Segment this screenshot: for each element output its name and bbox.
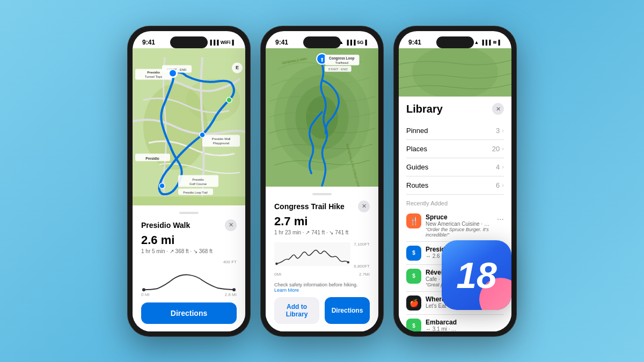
ios18-badge: 18 [442, 240, 528, 326]
map-svg-2: GENERALS HWY PORTERVILLE TO CITRUS COVE … [266, 48, 378, 187]
item-icon-4: $ [406, 319, 421, 331]
library-header: Library ✕ [406, 103, 504, 115]
walk-stats: 1 hr 5 min · ↗ 368 ft · ↘ 368 ft [141, 248, 237, 254]
item-icon-1: $ [406, 246, 421, 261]
dynamic-island-2 [303, 36, 341, 48]
guides-label: Guides [406, 163, 428, 171]
item-name-0: Spruce [426, 213, 493, 221]
svg-text:Presidio Wall: Presidio Wall [212, 137, 231, 140]
close-button-2[interactable]: ✕ [358, 201, 370, 212]
item-icon-2: $ [406, 269, 421, 284]
item-icon-0: 🍴 [406, 213, 421, 228]
item-quote-0: "Order the Spruce Burger. It's incredibl… [426, 227, 493, 238]
svg-rect-42 [274, 242, 350, 265]
dynamic-island-3 [436, 36, 474, 48]
elevation-svg-2 [274, 241, 350, 268]
library-close-button[interactable]: ✕ [492, 103, 504, 115]
places-right: 20 › [492, 145, 504, 153]
svg-text:Golf Course: Golf Course [189, 182, 207, 185]
list-item-0[interactable]: 🍴 Spruce New American Cuisine · San Fran… [406, 210, 504, 242]
guides-right: 4 › [496, 163, 504, 171]
trail-distance: 2.7 mi [274, 215, 370, 228]
directions-button-1[interactable]: Directions [141, 302, 237, 324]
trail-stats: 1 hr 23 min · ↗ 741 ft · ↘ 741 ft [274, 230, 370, 235]
chart-left-2: 0MI [274, 272, 281, 277]
recently-added-title: Recently Added [406, 200, 504, 206]
chart-bottom-val: 6,800FT [354, 264, 370, 269]
chart-y-labels: 7,100FT 6,800FT [354, 241, 370, 270]
guides-row[interactable]: Guides 4 › [406, 158, 504, 176]
phone-3: 9:41 ▲ ▐▐▐ ≋ ▌ Library ✕ [393, 26, 517, 337]
add-to-library-button[interactable]: Add to Library [274, 297, 319, 324]
learn-more-link[interactable]: Learn More [274, 287, 299, 293]
directions-button-2[interactable]: Directions [325, 297, 370, 324]
ios18-icon: 18 [442, 240, 511, 310]
elevation-chart-2 [274, 241, 350, 270]
svg-text:Congress Loop: Congress Loop [329, 56, 354, 60]
svg-text:Presidio: Presidio [145, 156, 159, 160]
item-icon-3: 🍎 [406, 295, 421, 311]
trail-title: Congress Trail Hike [274, 202, 345, 211]
svg-point-24 [200, 132, 205, 137]
bottom-sheet-1: Presidio Walk ✕ 2.6 mi 1 hr 5 min · ↗ 36… [133, 205, 245, 331]
map-area-2[interactable]: GENERALS HWY PORTERVILLE TO CITRUS COVE … [266, 48, 378, 187]
chart-right-2: 2.7MI [359, 272, 370, 277]
ios18-number: 18 [456, 254, 497, 296]
svg-text:E: E [236, 64, 239, 70]
pinned-chevron: › [502, 127, 504, 134]
chart-labels-2: 0MI 2.7MI [274, 272, 370, 277]
signal-icon-2: ▐▐▐ [345, 40, 355, 45]
svg-text:Presidio: Presidio [147, 70, 160, 73]
phone-2: 9:41 ▲ ▐▐▐ 5G ▌ [260, 26, 384, 337]
pinned-right: 3 › [496, 127, 504, 135]
pinned-count: 3 [496, 127, 500, 135]
chart-container-2: 7,100FT 6,800FT [274, 241, 370, 270]
time-1: 9:41 [142, 39, 155, 46]
svg-text:Playground: Playground [213, 141, 229, 144]
svg-text:⬆: ⬆ [320, 56, 324, 62]
sheet-handle-2 [312, 193, 332, 195]
routes-right: 6 › [496, 181, 504, 189]
routes-chevron: › [502, 182, 504, 188]
routes-count: 6 [496, 181, 500, 189]
status-icons-2: ▲ ▐▐▐ 5G ▌ [339, 40, 369, 45]
item-sub-4: ↔ 3.1 mi · ... [426, 326, 504, 331]
svg-point-25 [159, 183, 165, 188]
5g-icon: 5G [357, 40, 364, 45]
pinned-row[interactable]: Pinned 3 › [406, 122, 504, 140]
status-icons-3: ▲ ▐▐▐ ≋ ▌ [474, 40, 502, 45]
phone-1: 9:41 ▲ ▐▐▐ WiFi ▌ [127, 26, 251, 337]
battery-icon-2: ▌ [365, 40, 369, 45]
wifi-icon: WiFi [221, 40, 231, 45]
svg-text:START · END: START · END [328, 67, 348, 70]
svg-point-26 [142, 288, 145, 291]
battery-icon: ▌ [232, 40, 236, 45]
item-sub-0: New American Cuisine · San Franci... [426, 221, 493, 227]
pinned-label: Pinned [406, 127, 428, 135]
places-count: 20 [492, 145, 500, 153]
svg-text:Presidio Loop Trail: Presidio Loop Trail [183, 190, 208, 194]
signal-icon-3: ▐▐▐ [480, 40, 491, 45]
item-more-0[interactable]: ··· [497, 215, 504, 224]
time-3: 9:41 [408, 39, 421, 46]
places-label: Places [406, 145, 427, 153]
elevation-svg-1 [141, 265, 237, 295]
chart-top-label-1: 400 FT [141, 260, 237, 264]
svg-point-27 [232, 288, 236, 291]
item-text-0: Spruce New American Cuisine · San Franci… [426, 213, 493, 238]
guides-count: 4 [496, 163, 500, 171]
svg-text:Tunnel Tops: Tunnel Tops [145, 75, 162, 78]
places-row[interactable]: Places 20 › [406, 140, 504, 158]
walk-distance: 2.6 mi [141, 233, 237, 247]
close-button-1[interactable]: ✕ [225, 219, 237, 231]
bottom-sheet-2: Congress Trail Hike ✕ 2.7 mi 1 hr 23 min… [266, 187, 378, 331]
places-chevron: › [502, 145, 504, 152]
svg-text:Trailhead: Trailhead [335, 61, 348, 64]
svg-point-23 [226, 97, 232, 102]
guides-chevron: › [502, 164, 504, 170]
routes-row[interactable]: Routes 6 › [406, 176, 504, 195]
map-peek-svg [399, 48, 511, 97]
signal-icon: ▐▐▐ [209, 40, 219, 45]
library-title: Library [406, 103, 443, 115]
map-area-1[interactable]: 🚶 Presidio Presidio Golf Course Presidio… [133, 48, 245, 205]
